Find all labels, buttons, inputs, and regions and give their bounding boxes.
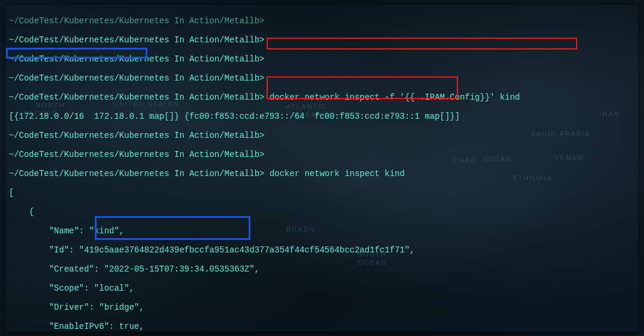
command-inspect-format: docker network inspect -f '{{ .IPAM.Conf… xyxy=(270,93,520,102)
output-ipam-config: [{172.18.0.0/16 172.18.0.1 map[]} {fc00:… xyxy=(9,112,635,121)
json-id: "Id": "419c5aae3764822d439efbccfa951ac43… xyxy=(9,245,635,255)
json-driver: "Driver": "bridge", xyxy=(9,303,635,312)
command-inspect-plain: docker network inspect kind xyxy=(270,169,405,178)
terminal-window[interactable]: ~/CodeTest/Kubernetes/Kubernetes In Acti… xyxy=(5,4,639,332)
json-created: "Created": "2022-05-15T07:39:34.0535363Z… xyxy=(9,264,635,274)
json-brace-open: { xyxy=(9,207,635,217)
prompt-path: ~/CodeTest/Kubernetes/Kubernetes In Acti… xyxy=(9,93,264,102)
prompt-path: ~/CodeTest/Kubernetes/Kubernetes In Acti… xyxy=(9,35,264,45)
json-name: "Name": "kind", xyxy=(9,226,635,236)
json-open-bracket: [ xyxy=(9,188,635,198)
prompt-path: ~/CodeTest/Kubernetes/Kubernetes In Acti… xyxy=(9,54,264,64)
json-enableipv6: "EnableIPv6": true, xyxy=(9,322,635,331)
prompt-line: ~/CodeTest/Kubernetes/Kubernetes In Acti… xyxy=(9,16,635,26)
prompt-path: ~/CodeTest/Kubernetes/Kubernetes In Acti… xyxy=(9,169,264,178)
prompt-path: ~/CodeTest/Kubernetes/Kubernetes In Acti… xyxy=(9,131,264,140)
json-scope: "Scope": "local", xyxy=(9,283,635,293)
prompt-path: ~/CodeTest/Kubernetes/Kubernetes In Acti… xyxy=(9,150,264,159)
prompt-path: ~/CodeTest/Kubernetes/Kubernetes In Acti… xyxy=(9,73,264,83)
